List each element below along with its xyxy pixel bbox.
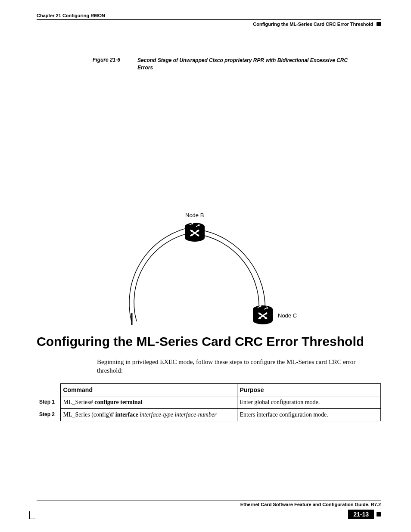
command-cell: ML_Series# configure terminal	[60, 396, 237, 409]
section-heading: Configuring the ML-Series Card CRC Error…	[37, 334, 381, 349]
table-row: Step 2 ML_Series (config)# interface int…	[37, 409, 381, 421]
purpose-cell: Enters interface configuration mode.	[237, 409, 381, 421]
figure-title: Second Stage of Unwrapped Cisco propriet…	[137, 57, 361, 72]
corner-mark-icon	[29, 511, 35, 519]
figure-diagram: Node B Node C	[37, 76, 381, 330]
command-cell: ML_Series (config)# interface interface-…	[60, 409, 237, 421]
svg-point-14	[253, 317, 273, 324]
figure-label: Figure 21-6	[93, 57, 120, 72]
chapter-label: Chapter 21 Configuring RMON	[37, 13, 381, 18]
svg-point-7	[185, 234, 205, 242]
table-row: Step 1 ML_Series# configure terminal Ent…	[37, 396, 381, 409]
node-b-label: Node B	[185, 212, 204, 218]
footer-guide-title: Ethernet Card Software Feature and Confi…	[240, 502, 381, 507]
purpose-cell: Enter global configuration mode.	[237, 396, 381, 409]
steps-table: Command Purpose Step 1 ML_Series# config…	[37, 383, 381, 421]
node-c-label: Node C	[278, 312, 297, 319]
intro-paragraph: Beginning in privileged EXEC mode, follo…	[97, 358, 381, 375]
step-label: Step 1	[37, 396, 60, 409]
step-label: Step 2	[37, 409, 60, 421]
footer-square-icon	[377, 512, 381, 516]
purpose-header: Purpose	[237, 384, 381, 396]
section-label: Configuring the ML-Series Card CRC Error…	[253, 22, 373, 27]
header-square-icon	[377, 22, 381, 26]
command-header: Command	[60, 384, 237, 396]
page-number: 21-13	[348, 510, 374, 519]
